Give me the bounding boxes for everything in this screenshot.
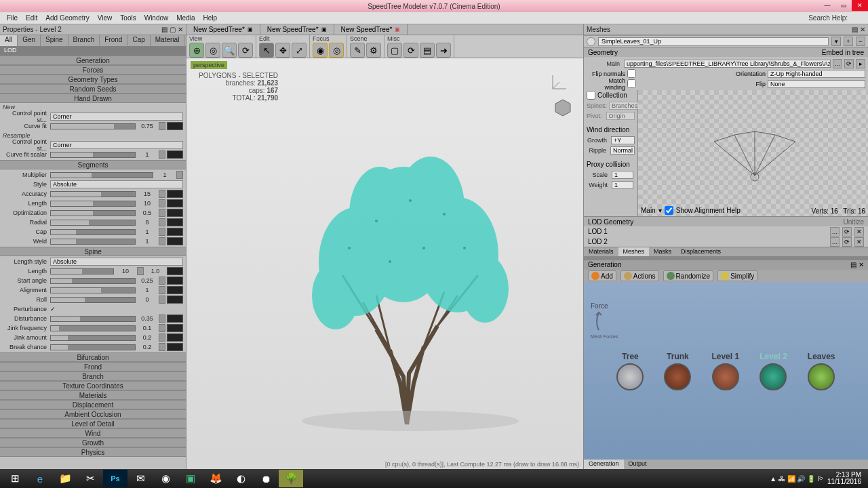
sld-curve-fit-scalar[interactable] [50,152,136,158]
mat-tab-meshes[interactable]: Meshes [618,247,650,256]
gen-node-level2[interactable]: Level 2 [760,352,787,390]
curve-radial[interactable] [167,218,183,226]
curve-jink-freq[interactable] [167,324,183,332]
misc-icon-2[interactable]: ⟳ [403,43,418,58]
lod1-del-icon[interactable]: ✕ [854,227,864,237]
section-texture-coords[interactable]: Texture Coordinates [0,381,186,390]
unitize-label[interactable]: Unitize [843,218,864,226]
curve-fit-scalar-editor[interactable] [167,150,183,159]
lod2-reload-icon[interactable]: ⟳ [842,237,852,247]
explorer-icon[interactable]: 📁 [53,470,77,487]
gen-randomize-button[interactable]: Randomize [663,270,714,281]
fld-weight[interactable]: 1 [612,181,633,189]
curve-fit-editor[interactable] [167,122,183,130]
mesh-add-button[interactable]: + [844,37,853,46]
scale-icon[interactable]: ⤢ [292,43,307,58]
mesh-preview[interactable]: Main ▾ Show Alignment Help Verts: 16 Tri… [638,90,868,216]
move-icon[interactable]: ✥ [275,43,290,58]
spin-disturbance[interactable] [159,314,165,323]
gen-out-tab-generation[interactable]: Generation [584,460,624,469]
nav-cube-icon[interactable] [553,98,572,117]
misc-icon-1[interactable]: ▢ [387,43,402,58]
sel-growth[interactable]: +Y [611,136,635,144]
spin-multiplier[interactable] [176,171,183,179]
axis-gizmo-icon[interactable] [549,72,570,92]
spin-accuracy[interactable] [159,190,165,198]
spin-jink-amt[interactable] [159,333,165,342]
select-icon[interactable]: ↖ [259,43,274,58]
sld-length2[interactable] [50,268,114,274]
spin-weld[interactable] [159,237,165,245]
section-growth[interactable]: Growth [0,438,186,447]
spin-roll[interactable] [159,296,165,304]
section-random-seeds[interactable]: Random Seeds [0,84,186,94]
menu-file[interactable]: File [3,14,22,22]
fld-scale[interactable]: 1 [612,171,633,179]
section-displacement[interactable]: Displacement [0,400,186,409]
section-segments[interactable]: Segments [0,160,186,169]
minimize-button[interactable]: — [819,0,835,11]
spin-cap[interactable] [159,228,165,236]
menu-window[interactable]: Window [140,14,173,22]
ie-icon[interactable]: e [28,470,52,487]
menu-view[interactable]: View [94,14,117,22]
spin-jink-freq[interactable] [159,324,165,332]
sel-flip[interactable]: None [768,80,865,88]
curve-alignment[interactable] [167,286,183,294]
mat-tab-materials[interactable]: Materials [584,247,618,256]
tray-icons[interactable]: ▲ 🖧 📶 🔊 🔋 🏳 [770,475,824,483]
section-hand-drawn[interactable]: Hand Drawn [0,94,186,103]
rotate-icon[interactable]: ⟳ [238,43,253,58]
sld-jink-freq[interactable] [50,325,136,331]
lod-header[interactable]: LOD [0,46,186,56]
sel-control-point[interactable]: Corner [50,113,183,121]
sld-optimization[interactable] [50,210,136,216]
chk-perturbance[interactable]: ✓ [50,306,56,312]
spin-break[interactable] [159,343,165,351]
zoom-icon[interactable]: 🔍 [222,43,237,58]
speedtree-icon[interactable]: 🌳 [279,470,303,487]
section-generation[interactable]: Generation [0,56,186,65]
menu-tools[interactable]: Tools [116,14,140,22]
sld-curve-fit[interactable] [50,123,136,129]
gen-node-trunk[interactable]: Trunk [664,352,691,390]
tray-clock[interactable]: 2:13 PM 11/11/2016 [827,472,861,485]
spin-alignment[interactable] [159,286,165,294]
lod1-browse-icon[interactable]: … [830,227,840,237]
section-materials[interactable]: Materials [0,390,186,400]
curve-break[interactable] [167,343,183,351]
spin-curve-fit-scalar[interactable] [159,150,165,159]
spin-radial[interactable] [159,218,165,226]
gen-panel-btns[interactable]: ▤ ✕ [850,260,864,270]
meshes-panel-btns[interactable]: ▤ ✕ [852,26,865,33]
app-icon-2[interactable]: ◐ [229,470,253,487]
sel-orientation[interactable]: Z-Up Right-handed [768,70,865,78]
spin-start-angle[interactable] [159,277,165,285]
sld-alignment[interactable] [50,287,136,293]
photoshop-icon[interactable]: Ps [103,470,127,487]
gen-out-tab-output[interactable]: Output [624,460,652,469]
section-frond[interactable]: Frond [0,362,186,371]
sld-break[interactable] [50,344,136,350]
embed-label[interactable]: Embed in tree [822,49,864,56]
browse-icon[interactable]: … [833,59,842,68]
gen-simplify-button[interactable]: Simplify [717,270,757,281]
curve-accuracy[interactable] [167,190,183,198]
section-geometry-types[interactable]: Geometry Types [0,75,186,84]
section-bifurcation[interactable]: Bifurcation [0,352,186,362]
gen-add-button[interactable]: Add [588,270,616,281]
gen-node-tree[interactable]: Tree [616,352,644,390]
doc-tab-2-close[interactable]: ▣ [321,26,327,33]
gen-node-leaves[interactable]: Leaves [808,352,835,390]
curve-optimization[interactable] [167,209,183,217]
curve-roll[interactable] [167,296,183,304]
mesh-name-field[interactable]: SimpleLeaves_01_Up [598,37,829,46]
tab-cap[interactable]: Cap [127,35,150,46]
doc-tab-2[interactable]: New SpeedTree*▣ [260,24,334,35]
curve-start-angle[interactable] [167,277,183,285]
menu-add-geometry[interactable]: Add Geometry [41,14,93,22]
close-button[interactable]: ✕ [852,0,868,11]
sld-cap[interactable] [50,229,136,235]
chk-show-align[interactable] [665,206,673,215]
spin-length[interactable] [159,199,165,207]
